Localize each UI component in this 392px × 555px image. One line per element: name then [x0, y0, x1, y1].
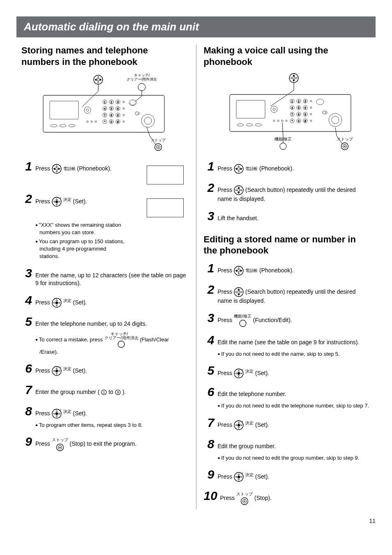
icon-label-jp: 決定 — [63, 366, 71, 372]
svg-text:9: 9 — [304, 113, 306, 116]
step-number: 3 — [204, 309, 214, 327]
column-divider — [196, 45, 196, 509]
step-number: 2 — [21, 190, 32, 207]
step-text: ). — [122, 389, 126, 395]
step-number: 9 — [21, 433, 32, 450]
icon-label-jp: 決定 — [63, 409, 71, 415]
svg-point-95 — [281, 120, 283, 122]
digit-1-icon: 1 — [101, 389, 107, 395]
nav-search-icon — [234, 185, 244, 195]
step-text: Edit the name (see the table on page 9 f… — [218, 339, 360, 345]
svg-text:2: 2 — [111, 101, 112, 104]
step-text: (Set). — [73, 367, 87, 374]
svg-point-101 — [316, 99, 324, 105]
svg-point-106 — [280, 143, 286, 150]
svg-text:9: 9 — [117, 390, 119, 394]
step-text: (Phonebook). — [77, 165, 111, 172]
svg-point-49 — [123, 121, 125, 122]
step-number: 2 — [204, 179, 214, 196]
svg-point-96 — [286, 120, 287, 122]
lcd-placeholder — [147, 166, 184, 184]
step-number: 4 — [21, 292, 32, 309]
device-diagram-left: キャッチ/ クリアー/用件消去 ストップ 1 2 3 4 — [35, 71, 175, 153]
svg-point-65 — [273, 108, 275, 111]
svg-point-47 — [123, 108, 125, 109]
page-title: Automatic dialing on the main unit — [16, 16, 376, 37]
step-text: Press — [35, 367, 52, 374]
lcd-placeholder — [147, 198, 184, 217]
step-number: 6 — [204, 383, 214, 401]
digit-9-icon: 9 — [115, 389, 121, 395]
svg-point-48 — [123, 114, 125, 116]
step-text: Press — [35, 165, 52, 172]
svg-point-50 — [87, 121, 88, 122]
svg-text:1: 1 — [291, 100, 293, 103]
svg-text:キャッチ/: キャッチ/ — [134, 73, 150, 77]
icon-label-jp: ストップ — [52, 437, 68, 443]
step-number: 4 — [204, 332, 214, 349]
step-number: 8 — [21, 403, 32, 420]
device-diagram-right: 1 2 3 4 5 6 7 8 9 * 0 # — [213, 71, 361, 153]
step-text: Lift the handset. — [218, 215, 259, 221]
svg-point-102 — [323, 111, 326, 114]
icon-label-jp: 決定 — [63, 197, 71, 203]
svg-text:5: 5 — [298, 106, 300, 109]
svg-text:6: 6 — [304, 106, 306, 109]
step-text: (Set). — [73, 198, 87, 204]
svg-point-21 — [86, 109, 89, 111]
nav-set-icon — [52, 298, 62, 308]
svg-text:4: 4 — [291, 106, 293, 109]
right-column: Making a voice call using the phonebook … — [199, 45, 376, 509]
step-number: 7 — [21, 381, 32, 398]
svg-text:8: 8 — [298, 113, 300, 116]
svg-point-92 — [310, 113, 312, 115]
step-text: Press — [220, 495, 237, 501]
step-text: Press — [218, 369, 234, 376]
stop-button-icon — [56, 443, 64, 451]
step-number: 3 — [204, 207, 214, 225]
step-text: Press — [218, 187, 234, 193]
step-number: 8 — [204, 435, 214, 453]
icon-label-jp: 決定 — [245, 472, 254, 478]
step-number: 5 — [21, 313, 32, 330]
svg-text:7: 7 — [104, 114, 106, 117]
step-number: 1 — [204, 260, 214, 277]
step-number: 10 — [204, 487, 217, 504]
svg-rect-63 — [236, 100, 265, 118]
stop-button-icon — [240, 497, 249, 505]
step-text: (Stop) to exit the program. — [70, 440, 137, 447]
step-text: to — [108, 389, 115, 395]
svg-point-20 — [84, 107, 91, 113]
step-number: 5 — [204, 362, 214, 379]
nav-set-icon — [52, 366, 62, 376]
svg-rect-19 — [50, 101, 78, 119]
svg-point-58 — [141, 114, 154, 127]
nav-search-icon — [234, 287, 244, 297]
right-heading-b: Editing a stored name or number in the p… — [204, 234, 371, 256]
svg-text:#: # — [117, 120, 119, 123]
svg-text:3: 3 — [117, 101, 119, 104]
step-text: (Function/Edit). — [253, 317, 292, 323]
step-text: Edit the telephone number. — [218, 391, 286, 397]
svg-text:1: 1 — [103, 390, 105, 394]
step-text: Enter the name, up to 12 characters (see… — [35, 272, 186, 287]
icon-label-jp: 電話帳 — [245, 166, 258, 172]
nav-set-icon — [234, 472, 244, 482]
svg-point-103 — [329, 113, 342, 127]
icon-label-jp: 電話帳 — [245, 268, 258, 274]
svg-point-46 — [123, 101, 125, 103]
right-heading-a: Making a voice call using the phonebook — [204, 45, 371, 67]
svg-text:5: 5 — [111, 107, 112, 110]
step-number: 2 — [204, 281, 214, 298]
step-text: Press — [35, 410, 52, 417]
icon-label-jp: キャッチ/クリアー/用件消去 — [104, 332, 138, 340]
svg-text:#: # — [304, 120, 306, 122]
left-column: Storing names and telephone numbers in t… — [16, 45, 194, 509]
svg-text:3: 3 — [304, 100, 306, 103]
svg-point-59 — [144, 117, 152, 124]
bullet-text: If you do not need to edit the telephone… — [218, 402, 371, 410]
svg-text:2: 2 — [298, 100, 300, 103]
svg-text:ストップ: ストップ — [151, 138, 166, 142]
step-text: (Stop). — [254, 495, 272, 501]
svg-point-90 — [310, 100, 312, 102]
